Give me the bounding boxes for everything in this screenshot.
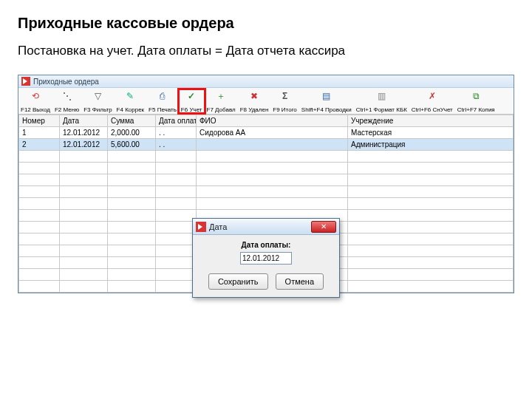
- table-row[interactable]: 112.01.20122,000.00. .Сидорова ААМастерс…: [19, 127, 514, 139]
- toolbar-format-button[interactable]: ▥Ctrl+1 Формат КБК: [354, 89, 409, 114]
- close-button[interactable]: ✕: [311, 221, 336, 233]
- toolbar-exit-button[interactable]: ⟲F12 Выход: [18, 89, 52, 114]
- toolbar-label: F9 Итого: [273, 106, 297, 113]
- format-icon: ▥: [375, 90, 387, 102]
- date-dialog: Дата ✕ Дата оплаты: Сохранить Отмена: [192, 218, 340, 298]
- exit-icon: ⟲: [30, 90, 41, 102]
- filter-icon: ▽: [92, 90, 103, 102]
- total-icon: Σ: [279, 90, 291, 102]
- app-icon: [21, 77, 30, 86]
- toolbar: ⟲F12 Выход⋱F2 Меню▽F3 Фильтр✎F4 Коррек⎙F…: [18, 88, 514, 115]
- window-title: Приходные ордера: [33, 78, 99, 86]
- unacct-icon: ✗: [426, 90, 438, 102]
- toolbar-label: F4 Коррек: [117, 106, 145, 113]
- toolbar-unacct-button[interactable]: ✗Ctrl+F6 СнУчет: [409, 89, 455, 114]
- menu-icon: ⋱: [61, 90, 73, 102]
- window-titlebar: Приходные ордера: [18, 75, 514, 88]
- table-row[interactable]: 212.01.20125,600.00. .Администрация: [19, 139, 514, 151]
- table-row-empty[interactable]: [19, 186, 514, 198]
- toolbar-print-button[interactable]: ⎙F5 Печать: [146, 89, 179, 114]
- account-icon: ✓: [185, 90, 197, 102]
- toolbar-label: Ctrl+1 Формат КБК: [356, 106, 407, 113]
- toolbar-label: Ctrl+F6 СнУчет: [412, 106, 453, 113]
- toolbar-label: F5 Печать: [149, 106, 177, 113]
- toolbar-posting-button[interactable]: ▤Shift+F4 Проводки: [299, 89, 354, 114]
- toolbar-label: F2 Меню: [55, 106, 79, 113]
- toolbar-label: Ctrl+F7 Копия: [457, 106, 495, 113]
- page-subtitle: Постановка на учет. Дата оплаты = Дата о…: [18, 44, 514, 58]
- app-icon: [196, 222, 206, 232]
- table-row-empty[interactable]: [19, 198, 514, 210]
- toolbar-edit-button[interactable]: ✎F4 Коррек: [115, 89, 147, 114]
- cancel-button[interactable]: Отмена: [276, 273, 324, 290]
- toolbar-menu-button[interactable]: ⋱F2 Меню: [52, 89, 81, 114]
- payment-date-input[interactable]: [240, 252, 292, 265]
- column-header[interactable]: Дата оплаты: [156, 115, 197, 127]
- dialog-titlebar[interactable]: Дата ✕: [193, 219, 339, 235]
- toolbar-label: F7 Добавл: [207, 106, 236, 113]
- add-icon: ＋: [215, 90, 227, 102]
- table-row-empty[interactable]: [19, 151, 514, 163]
- toolbar-label: F3 Фильтр: [83, 106, 112, 113]
- column-header[interactable]: Дата: [60, 115, 108, 127]
- column-header[interactable]: Сумма: [108, 115, 156, 127]
- table-row-empty[interactable]: [19, 163, 514, 174]
- toolbar-account-button[interactable]: ✓F6 Учет: [179, 89, 205, 114]
- print-icon: ⎙: [157, 90, 168, 102]
- toolbar-label: Shift+F4 Проводки: [301, 106, 352, 113]
- dialog-title: Дата: [209, 222, 311, 231]
- posting-icon: ▤: [321, 90, 332, 102]
- save-button[interactable]: Сохранить: [208, 273, 268, 290]
- table-row-empty[interactable]: [19, 174, 514, 186]
- copy-icon: ⧉: [470, 90, 482, 102]
- edit-icon: ✎: [124, 90, 136, 102]
- column-header[interactable]: ФИО: [197, 115, 348, 127]
- toolbar-label: F6 Учет: [181, 106, 202, 113]
- delete-icon: ✖: [248, 90, 260, 102]
- toolbar-copy-button[interactable]: ⧉Ctrl+F7 Копия: [455, 89, 497, 114]
- dialog-field-label: Дата оплаты:: [200, 241, 332, 249]
- toolbar-add-button[interactable]: ＋F7 Добавл: [205, 89, 238, 114]
- column-header[interactable]: Номер: [19, 115, 60, 127]
- page-title: Приходные кассовые ордера: [18, 15, 514, 32]
- toolbar-label: F12 Выход: [21, 106, 50, 113]
- toolbar-filter-button[interactable]: ▽F3 Фильтр: [81, 89, 114, 114]
- column-header[interactable]: Учреждение: [348, 115, 514, 127]
- toolbar-total-button[interactable]: ΣF9 Итого: [270, 89, 299, 114]
- toolbar-label: F8 Удален: [240, 106, 269, 113]
- toolbar-delete-button[interactable]: ✖F8 Удален: [238, 89, 271, 114]
